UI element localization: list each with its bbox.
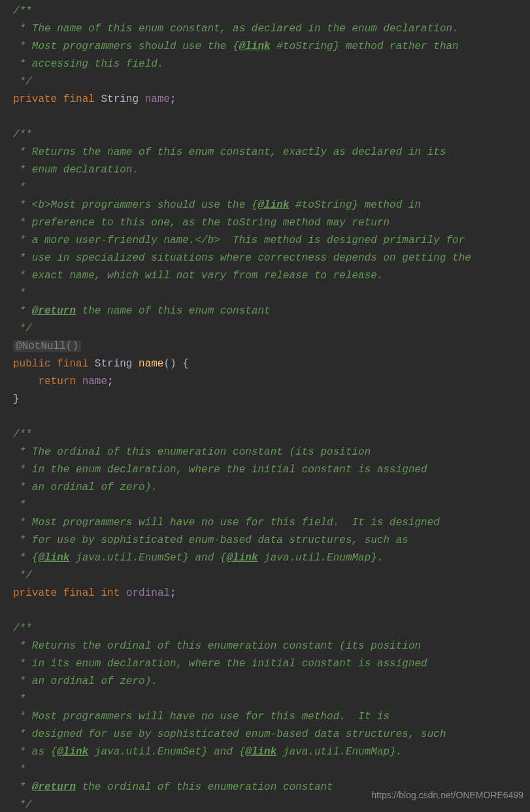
javadoc-line: * an ordinal of zero). bbox=[13, 675, 157, 687]
javadoc-line: * in the enum declaration, where the ini… bbox=[13, 464, 427, 476]
space bbox=[88, 358, 95, 370]
javadoc-line: * in its enum declaration, where the ini… bbox=[13, 658, 427, 670]
javadoc-line: * bbox=[13, 305, 32, 317]
keyword-final: final bbox=[63, 587, 95, 599]
javadoc-line: * an ordinal of zero). bbox=[13, 481, 157, 493]
javadoc-line: /** bbox=[13, 429, 32, 440]
brace-close: } bbox=[13, 393, 20, 405]
method-name: name bbox=[139, 358, 163, 370]
javadoc-line: java.util.EnumMap}. bbox=[276, 746, 402, 758]
javadoc-line: * bbox=[13, 693, 25, 705]
space bbox=[139, 93, 145, 105]
javadoc-line: /** bbox=[13, 5, 32, 17]
javadoc-line: * as { bbox=[13, 746, 57, 758]
space bbox=[132, 358, 139, 370]
javadoc-line: * { bbox=[13, 552, 38, 564]
javadoc-line: #toString} method rather than bbox=[271, 41, 459, 52]
javadoc-return-tag: @return bbox=[32, 305, 76, 317]
keyword-return: return bbox=[38, 376, 76, 387]
javadoc-line: * The ordinal of this enumeration consta… bbox=[13, 446, 371, 458]
javadoc-link-tag: @link bbox=[245, 746, 276, 758]
javadoc-line: * bbox=[13, 499, 25, 511]
javadoc-line: * bbox=[13, 287, 25, 299]
semicolon: ; bbox=[170, 587, 176, 599]
javadoc-line: */ bbox=[13, 76, 32, 88]
annotation-hint-notnull: @NotNull() bbox=[13, 340, 81, 352]
javadoc-line: * bbox=[13, 781, 32, 793]
space bbox=[176, 358, 183, 370]
javadoc-line: * enum declaration. bbox=[13, 164, 139, 176]
keyword-public: public bbox=[13, 358, 51, 370]
javadoc-line: * Returns the ordinal of this enumeratio… bbox=[13, 640, 421, 652]
parens: () bbox=[163, 358, 176, 370]
javadoc-line: /** bbox=[13, 623, 32, 634]
javadoc-line: * for use by sophisticated enum-based da… bbox=[13, 534, 408, 546]
javadoc-line: the ordinal of this enumeration constant bbox=[76, 781, 333, 793]
space bbox=[95, 587, 101, 599]
field-name: name bbox=[145, 93, 170, 105]
space bbox=[120, 587, 126, 599]
field-ordinal: ordinal bbox=[126, 587, 170, 599]
javadoc-link-tag: @link bbox=[226, 552, 257, 564]
javadoc-line: java.util.EnumMap}. bbox=[257, 552, 383, 564]
javadoc-line: * preference to this one, as the toStrin… bbox=[13, 217, 389, 229]
javadoc-line: * exact name, which will not vary from r… bbox=[13, 270, 384, 282]
type-int: int bbox=[101, 587, 120, 599]
javadoc-line: * designed for use by sophisticated enum… bbox=[13, 728, 446, 740]
javadoc-line: * accessing this field. bbox=[13, 58, 163, 70]
javadoc-line: */ bbox=[13, 323, 32, 334]
semicolon: ; bbox=[170, 93, 176, 105]
javadoc-link-tag: @link bbox=[38, 552, 69, 564]
javadoc-line: * Most programmers should use the { bbox=[13, 41, 239, 52]
javadoc-line: */ bbox=[13, 570, 32, 581]
javadoc-line: java.util.EnumSet} and { bbox=[88, 746, 245, 758]
javadoc-link-tag: @link bbox=[239, 41, 271, 52]
javadoc-line: java.util.EnumSet} and { bbox=[69, 552, 226, 564]
keyword-final: final bbox=[63, 93, 95, 105]
keyword-private: private bbox=[13, 587, 57, 599]
javadoc-line: the name of this enum constant bbox=[76, 305, 271, 317]
space bbox=[95, 93, 101, 105]
watermark-text: https://blog.csdn.net/ONEMORE6499 bbox=[371, 787, 523, 804]
javadoc-line: * a more user-friendly name.</b> This me… bbox=[13, 235, 465, 246]
javadoc-link-tag: @link bbox=[57, 746, 88, 758]
javadoc-line: * <b>Most programmers should use the { bbox=[13, 199, 257, 211]
javadoc-line: /** bbox=[13, 129, 32, 140]
type-string: String bbox=[95, 358, 133, 370]
javadoc-line: * Most programmers will have no use for … bbox=[13, 711, 389, 723]
space bbox=[76, 376, 82, 387]
javadoc-return-tag: @return bbox=[32, 781, 76, 793]
javadoc-line: * bbox=[13, 182, 25, 193]
space bbox=[57, 587, 63, 599]
javadoc-line: #toString} method in bbox=[289, 199, 421, 211]
javadoc-line: * bbox=[13, 764, 25, 775]
keyword-private: private bbox=[13, 93, 57, 105]
javadoc-line: * The name of this enum constant, as dec… bbox=[13, 23, 459, 35]
semicolon: ; bbox=[107, 376, 114, 387]
keyword-final: final bbox=[57, 358, 88, 370]
javadoc-line: * Most programmers will have no use for … bbox=[13, 517, 440, 528]
indent bbox=[13, 376, 38, 387]
type-string: String bbox=[101, 93, 139, 105]
code-block: /** * The name of this enum constant, as… bbox=[0, 0, 530, 812]
javadoc-line: * use in specialized situations where co… bbox=[13, 252, 471, 264]
field-ref-name: name bbox=[82, 376, 107, 387]
brace-open: { bbox=[182, 358, 189, 370]
space bbox=[57, 93, 63, 105]
space bbox=[51, 358, 58, 370]
javadoc-line: */ bbox=[13, 799, 32, 811]
javadoc-line: * Returns the name of this enum constant… bbox=[13, 146, 446, 158]
javadoc-link-tag: @link bbox=[257, 199, 289, 211]
